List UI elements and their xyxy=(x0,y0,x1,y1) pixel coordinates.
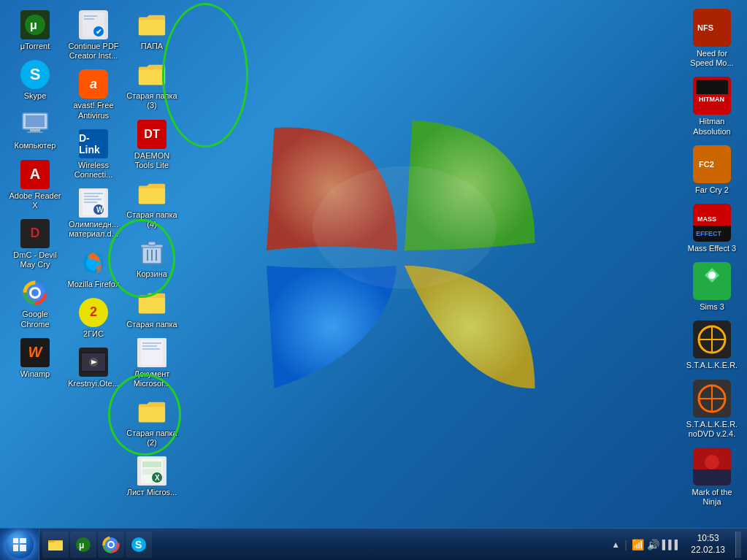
icon-staraya2-folder[interactable]: Старая папка (2) xyxy=(123,394,181,450)
icon-utorrent[interactable]: μ μTorrent xyxy=(6,7,64,54)
svg-rect-19 xyxy=(84,193,103,194)
svg-rect-22 xyxy=(84,202,97,203)
svg-text:✔: ✔ xyxy=(96,28,101,36)
sound-icon[interactable]: 🔊 xyxy=(647,539,659,551)
svg-rect-14 xyxy=(84,15,97,17)
svg-rect-49 xyxy=(696,80,728,94)
icon-ms-doc[interactable]: Документ Microsof... xyxy=(123,335,181,391)
icon-dmc[interactable]: D DmC - Devil May Cry xyxy=(6,216,64,272)
svg-rect-38 xyxy=(142,342,161,344)
icon-hitman[interactable]: HITMAN Hitman Absolution xyxy=(683,74,741,139)
svg-text:S: S xyxy=(135,539,142,551)
taskbar-skype[interactable]: S xyxy=(126,532,152,558)
svg-text:FC2: FC2 xyxy=(699,160,714,169)
icon-firefox[interactable]: Mozilla Firefox xyxy=(64,245,123,292)
icon-excel-list[interactable]: X Лист Micros... xyxy=(123,453,181,500)
icon-mass-effect[interactable]: MASSEFFECT Mass Effect 3 xyxy=(683,201,741,256)
svg-rect-72 xyxy=(48,542,63,551)
svg-text:X: X xyxy=(155,474,160,482)
tray-separator: | xyxy=(624,539,627,551)
icon-olimp-doc[interactable]: W Олимпиедн... материал.d... xyxy=(64,185,123,242)
svg-rect-42 xyxy=(142,461,161,467)
icon-daemon-tools[interactable]: DT DAEMON Tools Lite xyxy=(123,117,181,173)
icon-stalker[interactable]: S.T.A.L.K.E.R. xyxy=(683,318,741,373)
tray-expand[interactable]: ▲ xyxy=(611,540,620,550)
icon-mark-of-ninja[interactable]: Mark of the Ninja xyxy=(683,445,741,510)
svg-rect-15 xyxy=(84,18,94,20)
windows-logo-bg xyxy=(251,104,558,411)
icon-sims3[interactable]: Sims 3 xyxy=(683,259,741,315)
third-icon-column: ПАПА Старая папка (3) DT DAEMON Tools Li… xyxy=(123,7,181,501)
icon-krestnyi[interactable]: Krestnyi.Ote... xyxy=(64,345,123,391)
svg-text:MASS: MASS xyxy=(697,215,716,223)
signal-bars: ▌▌▌ xyxy=(662,540,681,550)
svg-rect-40 xyxy=(142,348,160,350)
svg-text:μ: μ xyxy=(30,19,37,31)
svg-rect-33 xyxy=(148,242,156,245)
network-icon[interactable]: 📶 xyxy=(632,539,644,551)
svg-text:W: W xyxy=(96,206,104,214)
icon-skype[interactable]: S Skype xyxy=(6,57,64,104)
taskbar-right-area: ▲ | 📶 🔊 ▌▌▌ 10:53 22.02.13 xyxy=(611,529,747,560)
icon-stalker-nodvd[interactable]: S.T.A.L.K.E.R. noDVD v.2.4. xyxy=(683,377,741,442)
svg-text:HITMAN: HITMAN xyxy=(699,96,724,103)
svg-rect-73 xyxy=(48,540,55,542)
svg-point-70 xyxy=(705,455,719,469)
svg-rect-21 xyxy=(84,199,101,200)
svg-rect-39 xyxy=(142,345,157,347)
taskbar: μ S ▲ | 📶 🔊 ▌▌▌ 10:53 22.02.13 xyxy=(0,528,747,560)
system-tray[interactable]: ▲ | 📶 🔊 ▌▌▌ xyxy=(611,539,681,551)
icon-dlink[interactable]: D-Link Wireless Connecti... xyxy=(64,126,123,183)
svg-rect-69 xyxy=(693,469,731,486)
icon-nfs[interactable]: NFS Need for Speed Mo... xyxy=(683,6,741,71)
icon-avast[interactable]: a avast! Free Antivirus xyxy=(64,66,123,123)
icon-staraya4-folder[interactable]: Старая папка (4) xyxy=(123,176,181,232)
taskbar-chrome[interactable] xyxy=(98,532,124,558)
icon-staraya3-folder[interactable]: Старая папка (3) xyxy=(123,57,181,113)
icon-papa-folder[interactable]: ПАПА xyxy=(123,7,181,54)
start-button[interactable] xyxy=(0,529,39,561)
icon-2gis[interactable]: 2 2ГИС xyxy=(64,295,123,342)
svg-point-59 xyxy=(708,272,716,279)
svg-rect-4 xyxy=(26,115,45,127)
icon-staraya-old-folder[interactable]: Старая папка xyxy=(123,285,181,332)
icon-google-chrome[interactable]: Google Chrome xyxy=(6,275,64,331)
windows-logo-small xyxy=(12,537,28,553)
right-game-column: NFS Need for Speed Mo... HITMAN Hitman A… xyxy=(683,6,741,510)
svg-text:NFS: NFS xyxy=(697,23,713,32)
svg-text:μ: μ xyxy=(79,540,84,551)
desktop: μ μTorrent S Skype Компьютер A Adobe Rea… xyxy=(0,0,747,528)
svg-text:EFFECT: EFFECT xyxy=(696,230,722,237)
svg-rect-37 xyxy=(141,340,163,365)
second-icon-column: ✔ Continue PDF Creator Inst... a avast! … xyxy=(64,7,123,391)
taskbar-utorrent[interactable]: μ xyxy=(70,532,96,558)
taskbar-pinned-items: μ S xyxy=(39,529,155,560)
icon-adobe-reader[interactable]: A Adobe Reader X xyxy=(6,157,64,213)
svg-point-81 xyxy=(109,542,113,547)
icon-my-computer[interactable]: Компьютер xyxy=(6,107,64,153)
icon-farcry2[interactable]: FC2 Far Cry 2 xyxy=(683,142,741,198)
windows-orb xyxy=(6,531,34,559)
left-icon-column: μ μTorrent S Skype Компьютер A Adobe Rea… xyxy=(6,7,64,382)
system-clock[interactable]: 10:53 22.02.13 xyxy=(685,533,731,556)
svg-rect-6 xyxy=(27,131,43,133)
svg-rect-5 xyxy=(30,129,40,131)
clock-time: 10:53 xyxy=(697,533,719,545)
svg-rect-20 xyxy=(84,196,99,197)
icon-recycle-bin[interactable]: Корзина xyxy=(123,235,181,282)
taskbar-explorer[interactable] xyxy=(42,532,69,558)
svg-point-0 xyxy=(313,166,497,288)
show-desktop-button[interactable] xyxy=(735,532,741,558)
svg-point-12 xyxy=(31,289,39,296)
clock-date: 22.02.13 xyxy=(691,545,725,556)
icon-winamp[interactable]: W Winamp xyxy=(6,335,64,382)
icon-continue-pdf[interactable]: ✔ Continue PDF Creator Inst... xyxy=(64,7,123,64)
